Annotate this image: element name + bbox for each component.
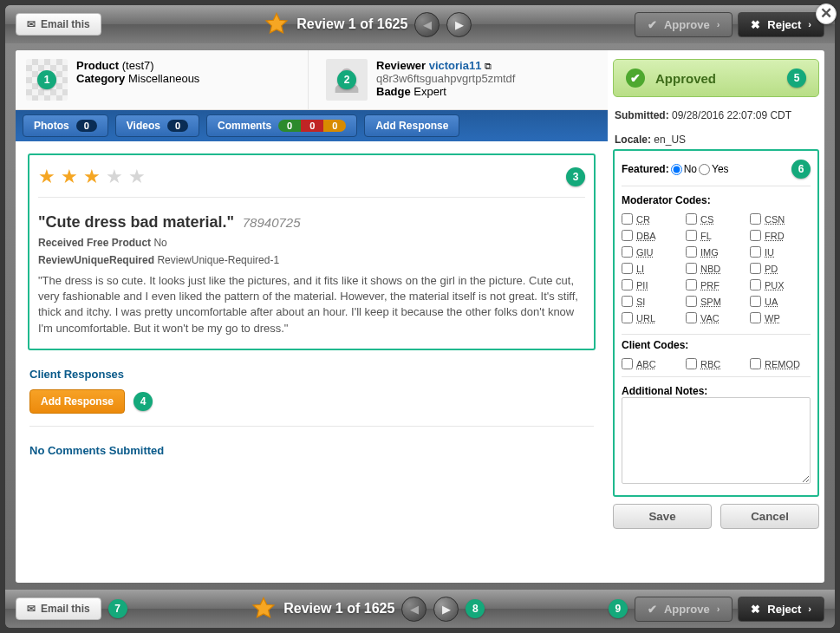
code-checkbox[interactable] xyxy=(622,358,633,369)
save-button[interactable]: Save xyxy=(613,504,712,529)
code-label: PUX xyxy=(765,280,785,290)
code-label: IMG xyxy=(700,247,719,258)
review-body: "The dress is so cute. It looks just lik… xyxy=(38,273,585,336)
product-info: 1 Product (test7) Category Miscellaneous xyxy=(16,50,309,109)
code-label: CR xyxy=(636,214,650,225)
tab-comments-label: Comments xyxy=(218,120,271,132)
info-row: 1 Product (test7) Category Miscellaneous… xyxy=(16,50,608,110)
code-checkbox[interactable] xyxy=(622,296,633,307)
cancel-button[interactable]: Cancel xyxy=(720,504,819,529)
code-checkbox[interactable] xyxy=(750,230,761,241)
annotation-2: 2 xyxy=(337,70,356,89)
code-checkbox[interactable] xyxy=(622,230,633,241)
tab-photos[interactable]: Photos0 xyxy=(23,114,108,137)
code-item: PUX xyxy=(750,279,811,290)
notes-label: Additional Notes: xyxy=(622,385,707,397)
code-checkbox[interactable] xyxy=(686,312,697,323)
reject-label: Reject xyxy=(767,603,801,616)
client-codes-grid: ABCRBCREMOD xyxy=(622,358,811,369)
code-checkbox[interactable] xyxy=(622,312,633,323)
code-label: PRF xyxy=(700,280,720,290)
code-checkbox[interactable] xyxy=(622,213,633,225)
code-checkbox[interactable] xyxy=(622,263,633,274)
code-label: URL xyxy=(636,313,655,323)
chevron-right-icon: › xyxy=(808,19,811,29)
approve-label: Approve xyxy=(664,603,710,616)
free-product-label: Received Free Product xyxy=(38,237,151,249)
email-this-button[interactable]: ✉ Email this xyxy=(16,13,101,36)
modal-window: ✕ ✉ Email this Review 1 of 1625 ◀ ▶ ✔ Ap… xyxy=(5,5,835,628)
rating-stars: ★ ★ ★ ★ ★ 3 xyxy=(38,166,585,188)
tab-videos[interactable]: Videos0 xyxy=(115,114,199,137)
locale-label: Locale: xyxy=(615,134,651,146)
featured-no-label: No xyxy=(684,163,697,175)
annotation-7: 7 xyxy=(108,599,127,618)
code-item: LI xyxy=(622,263,682,274)
code-checkbox[interactable] xyxy=(686,358,697,369)
submitted-label: Submitted: xyxy=(615,109,669,121)
annotation-9: 9 xyxy=(609,599,628,618)
code-label: CSN xyxy=(765,214,785,225)
code-checkbox[interactable] xyxy=(750,358,761,369)
featured-yes-radio[interactable] xyxy=(699,164,710,175)
code-checkbox[interactable] xyxy=(686,263,697,274)
no-comments: No Comments Submitted xyxy=(29,444,594,457)
prev-button-bottom[interactable]: ◀ xyxy=(401,597,427,622)
annotation-8: 8 xyxy=(466,599,485,618)
notes-textarea[interactable] xyxy=(622,397,811,484)
code-checkbox[interactable] xyxy=(750,246,761,258)
code-item: IU xyxy=(750,246,811,258)
review-frame: ★ ★ ★ ★ ★ 3 "Cute dress bad material." 7… xyxy=(28,153,596,350)
code-item: IMG xyxy=(686,246,746,258)
email-this-button-bottom[interactable]: ✉ Email this xyxy=(16,597,101,620)
code-item: URL xyxy=(622,312,682,323)
code-item: CSN xyxy=(750,213,811,225)
reviewer-id: q8r3w6ftsguahpvgrtp5zmtdf xyxy=(376,72,515,85)
code-checkbox[interactable] xyxy=(750,279,761,290)
bottom-toolbar: ✉ Email this 7 Review 1 of 1625 ◀ ▶ 8 9 … xyxy=(5,590,835,628)
code-checkbox[interactable] xyxy=(686,279,697,290)
next-button-bottom[interactable]: ▶ xyxy=(433,597,459,622)
annotation-3: 3 xyxy=(566,167,585,186)
code-checkbox[interactable] xyxy=(750,312,761,323)
add-response-button[interactable]: Add Response xyxy=(29,389,125,414)
chevron-right-icon: › xyxy=(717,604,720,614)
approve-label: Approve xyxy=(664,18,710,31)
external-icon[interactable]: ⧉ xyxy=(485,61,492,71)
prev-button[interactable]: ◀ xyxy=(414,12,440,37)
approve-button-bottom[interactable]: ✔ Approve › xyxy=(635,597,733,622)
code-checkbox[interactable] xyxy=(750,263,761,274)
code-label: SPM xyxy=(700,297,721,307)
featured-no-radio[interactable] xyxy=(671,164,682,175)
close-icon[interactable]: ✕ xyxy=(816,3,837,24)
code-checkbox[interactable] xyxy=(750,213,761,225)
code-label: FL xyxy=(700,231,712,241)
reject-button-bottom[interactable]: ✖ Reject › xyxy=(738,597,824,622)
code-checkbox[interactable] xyxy=(686,230,697,241)
code-item: PRF xyxy=(686,279,746,290)
product-text: Product (test7) Category Miscellaneous xyxy=(76,59,199,85)
code-checkbox[interactable] xyxy=(750,296,761,307)
reviewer-name[interactable]: victoria11 xyxy=(429,59,482,72)
free-product-value: No xyxy=(153,237,166,249)
tab-videos-label: Videos xyxy=(127,120,160,132)
code-item: CR xyxy=(622,213,682,225)
videos-count: 0 xyxy=(167,120,188,132)
code-item: PII xyxy=(622,279,682,290)
code-checkbox[interactable] xyxy=(622,279,633,290)
code-checkbox[interactable] xyxy=(622,246,633,258)
code-checkbox[interactable] xyxy=(686,296,697,307)
approve-button[interactable]: ✔ Approve › xyxy=(635,12,733,37)
unique-value: ReviewUnique-Required-1 xyxy=(157,254,279,266)
reject-button[interactable]: ✖ Reject › xyxy=(738,12,824,37)
code-label: FRD xyxy=(765,231,785,241)
code-checkbox[interactable] xyxy=(686,213,697,225)
code-checkbox[interactable] xyxy=(686,246,697,258)
tab-add-response[interactable]: Add Response xyxy=(364,114,459,137)
code-label: PII xyxy=(636,280,648,290)
status-badge: ✔ Approved 5 xyxy=(613,59,819,97)
tab-comments[interactable]: Comments 0 0 0 xyxy=(206,114,357,137)
next-button[interactable]: ▶ xyxy=(446,12,472,37)
code-item: NBD xyxy=(686,263,746,274)
save-cancel-row: Save Cancel xyxy=(613,504,819,529)
